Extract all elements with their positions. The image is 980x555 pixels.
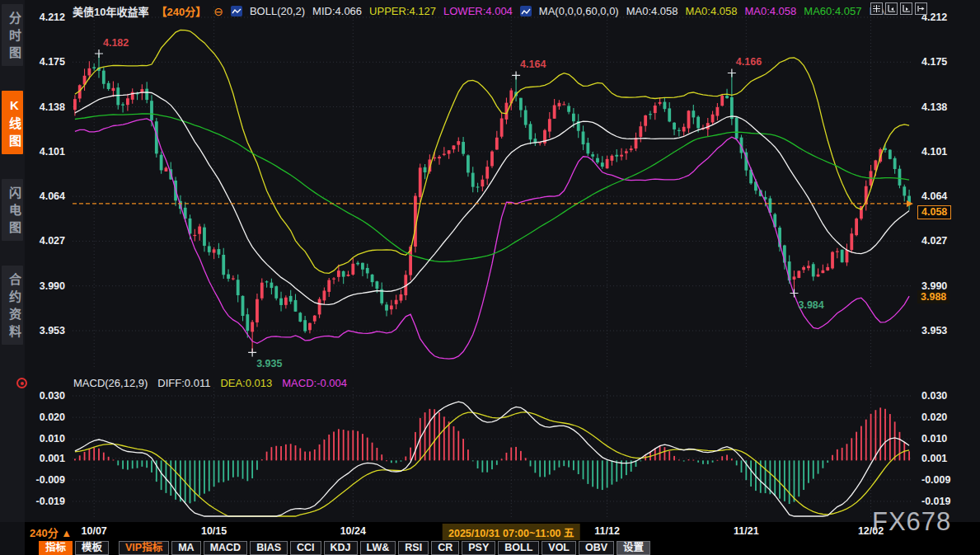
macd-axis-label: 0.020: [921, 412, 961, 423]
indicator-button-lwr[interactable]: LW&: [360, 541, 396, 555]
y-axis-label: 4.101: [26, 146, 65, 158]
indicator-marker-icon[interactable]: [16, 378, 27, 388]
indicator-button-settings[interactable]: 设置: [617, 541, 650, 555]
ma0-magenta-value: MA0:4.058: [744, 5, 796, 17]
macd-macd-value: MACD:-0.004: [282, 377, 347, 389]
price-annotation: 4.166: [736, 56, 762, 68]
time-axis: 240分 ▲ 2025/10/31 07:00~11:00 五 10/0710/…: [25, 522, 980, 540]
instrument-title: 美债10年收益率: [73, 3, 148, 19]
boll-upper-value: UPPER:4.127: [369, 5, 436, 17]
sidebar-tab-flash-chart[interactable]: 闪电图: [2, 179, 23, 241]
ma-indicator-icon[interactable]: [520, 6, 532, 16]
y-axis-label: 3.990: [26, 280, 65, 292]
macd-axis-label: 0.030: [26, 390, 65, 402]
x-axis-date-label: 11/12: [594, 525, 620, 537]
indicator-toolbar: 指标模板VIP指标MAMACDBIASCCIKDJLW&RSICRPSYBOLL…: [25, 540, 980, 555]
chart-application: 分时图K线图闪电图合约资料 美债10年收益率 【240分】 ⊖ BOLL(20,…: [0, 0, 980, 555]
boll-label: BOLL(20,2): [250, 5, 305, 17]
sidebar: 分时图K线图闪电图合约资料: [0, 0, 25, 522]
zoom-out-axis-icon[interactable]: [885, 2, 898, 15]
price-annotation: 4.182: [103, 37, 129, 49]
indicator-button-obv[interactable]: OBV: [579, 541, 614, 555]
macd-axis-label: -0.019: [921, 496, 961, 507]
zoom-in-axis-icon[interactable]: [900, 2, 912, 15]
y-axis-label: 3.953: [26, 325, 65, 336]
main-chart-canvas[interactable]: [0, 0, 980, 555]
watermark: FX678: [872, 507, 951, 537]
period-tag[interactable]: 【240分】: [156, 3, 206, 19]
indicator-button-cci[interactable]: CCI: [290, 541, 321, 555]
macd-label: MACD(26,12,9): [73, 377, 148, 389]
macd-dea-value: DEA:0.013: [220, 377, 272, 389]
collapse-icon[interactable]: ⊖: [213, 5, 223, 18]
boll-indicator-icon[interactable]: [231, 6, 242, 16]
sidebar-tab-kline-chart[interactable]: K线图: [2, 91, 23, 154]
macd-axis-label: 0.001: [26, 453, 65, 464]
x-axis-current-bar-label: 2025/10/31 07:00~11:00 五: [443, 524, 580, 541]
indicator-button-rsi[interactable]: RSI: [398, 541, 429, 555]
price-annotation: 3.935: [256, 358, 282, 369]
y-axis-label: 4.212: [26, 12, 65, 23]
indicator-button-macd[interactable]: MACD: [204, 541, 248, 555]
ma60-green-value: MA60:4.057: [804, 5, 861, 17]
indicator-button-bias[interactable]: BIAS: [250, 541, 288, 555]
crosshair-icon[interactable]: [870, 2, 883, 15]
macd-axis-label: -0.009: [921, 474, 961, 486]
macd-axis-label: 0.010: [26, 433, 65, 444]
x-axis-date-label: 10/15: [201, 525, 227, 537]
ma0-white-value: MA0:4.058: [626, 5, 678, 17]
x-axis-date-label: 11/21: [734, 525, 759, 537]
y-axis-label: 4.175: [26, 56, 65, 68]
chart-toolbar: [870, 2, 927, 15]
macd-diff-value: DIFF:0.011: [157, 377, 210, 389]
indicator-button-indicators[interactable]: 指标: [39, 541, 73, 555]
ma0-yellow-value: MA0:4.058: [686, 5, 738, 17]
indicator-button-templates[interactable]: 模板: [75, 541, 109, 555]
x-axis-date-label: 10/07: [82, 525, 107, 537]
macd-axis-label: 0.020: [26, 412, 65, 423]
indicator-button-boll[interactable]: BOLL: [498, 541, 539, 555]
y-axis-label: 4.101: [921, 146, 961, 158]
ma-label: MA(0,0,0,60,0,0): [539, 5, 619, 17]
y-axis-label: 4.064: [26, 190, 65, 202]
y-axis-label: 4.027: [26, 235, 65, 247]
macd-axis-label: -0.019: [26, 496, 65, 507]
indicator-button-psy[interactable]: PSY: [462, 541, 495, 555]
secondary-price-tag: 3.988: [917, 290, 950, 303]
y-axis-label: 4.175: [921, 56, 961, 68]
macd-axis-label: -0.009: [26, 474, 65, 486]
boll-mid-value: MID:4.066: [312, 5, 362, 17]
chart-header: 美债10年收益率 【240分】 ⊖ BOLL(20,2) MID:4.066 U…: [73, 3, 894, 19]
indicator-button-vip-indicators[interactable]: VIP指标: [119, 541, 169, 555]
y-axis-label: 4.064: [921, 190, 961, 202]
indicator-button-cr[interactable]: CR: [431, 541, 459, 555]
macd-axis-label: 0.001: [921, 453, 961, 464]
y-axis-label: 4.138: [26, 101, 65, 113]
price-annotation: 4.164: [520, 59, 546, 70]
macd-axis-label: 0.030: [921, 390, 961, 402]
period-selector[interactable]: 240分 ▲: [30, 524, 72, 540]
indicator-button-vol[interactable]: VOL: [542, 541, 576, 555]
y-axis-label: 4.212: [921, 12, 961, 23]
pan-right-icon[interactable]: [915, 2, 927, 15]
price-annotation: 3.984: [798, 299, 823, 311]
boll-lower-value: LOWER:4.004: [443, 5, 513, 17]
y-axis-label: 4.027: [921, 235, 961, 247]
macd-header: MACD(26,12,9) DIFF:0.011 DEA:0.013 MACD:…: [73, 377, 347, 389]
current-price-tag: 4.058: [917, 205, 951, 219]
y-axis-label: 3.953: [921, 325, 961, 336]
sidebar-tab-time-share-chart[interactable]: 分时图: [2, 4, 23, 66]
indicator-button-kdj[interactable]: KDJ: [324, 541, 358, 555]
indicator-button-ma[interactable]: MA: [171, 541, 200, 555]
macd-axis-label: 0.010: [921, 433, 961, 444]
sidebar-tab-contract-info[interactable]: 合约资料: [2, 266, 23, 345]
x-axis-date-label: 10/24: [340, 525, 366, 537]
y-axis-label: 4.138: [921, 101, 961, 113]
